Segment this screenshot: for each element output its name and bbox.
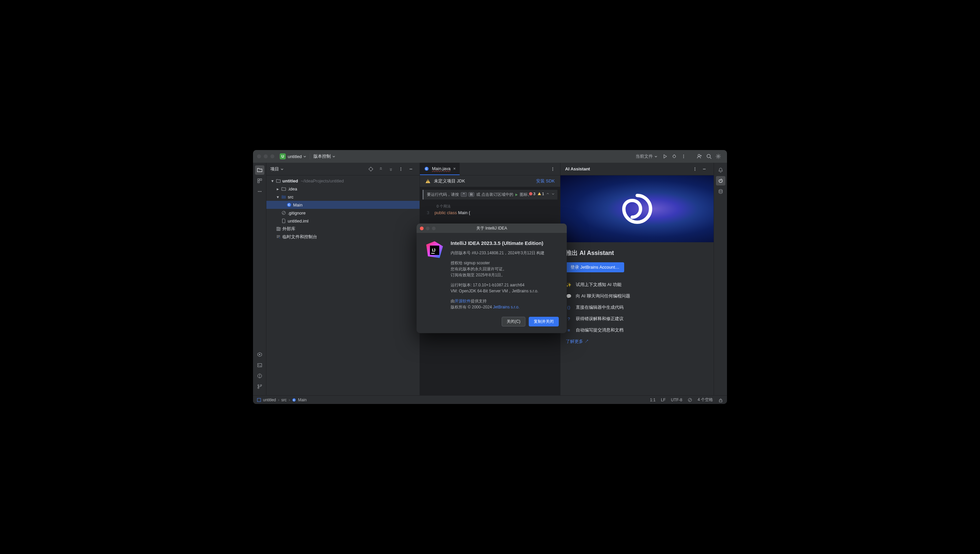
lock-icon[interactable] <box>718 398 723 402</box>
about-copyright: 版权所有 © 2000–2024 JetBrains s.r.o. <box>450 304 559 310</box>
copy-close-button[interactable]: 复制并关闭 <box>529 317 559 326</box>
svg-point-56 <box>695 170 695 171</box>
vcs-dropdown[interactable]: 版本控制 <box>313 153 336 160</box>
tree-root[interactable]: ▾ untitled ~/IdeaProjects/untitled <box>266 177 420 185</box>
project-panel-header: 项目 <box>266 163 420 176</box>
tree-item-gitignore[interactable]: .gitignore <box>266 209 420 217</box>
minimize-dot[interactable] <box>426 227 430 230</box>
tree-item-external[interactable]: 外部库 <box>266 225 420 233</box>
install-sdk-link[interactable]: 安装 SDK <box>536 178 555 184</box>
scratch-icon <box>276 234 281 239</box>
close-dot[interactable] <box>257 154 261 158</box>
warning-icon <box>538 192 541 196</box>
tab-options-button[interactable] <box>548 164 557 174</box>
tree-label: untitled.iml <box>288 219 309 224</box>
project-name-dropdown[interactable]: untitled <box>288 154 306 159</box>
chevron-down-icon[interactable] <box>551 192 555 195</box>
readonly-icon[interactable] <box>687 398 692 402</box>
services-tool-button[interactable] <box>255 350 264 359</box>
tree-item-iml[interactable]: untitled.iml <box>266 217 420 225</box>
titlebar: U untitled 版本控制 当前文件 <box>253 150 727 163</box>
tree-item-scratch[interactable]: 临时文件和控制台 <box>266 233 420 241</box>
svg-point-27 <box>369 168 372 171</box>
close-button[interactable]: 关闭(C) <box>502 317 525 326</box>
svg-line-39 <box>282 211 285 214</box>
project-panel-title-dropdown[interactable]: 项目 <box>270 166 284 172</box>
file-icon <box>281 218 286 224</box>
svg-point-55 <box>695 168 695 169</box>
about-titlebar: 关于 IntelliJ IDEA <box>417 224 567 233</box>
right-tool-rail <box>714 163 727 395</box>
run-button[interactable] <box>660 152 670 161</box>
collapse-all-button[interactable] <box>386 164 396 174</box>
svg-rect-14 <box>260 179 262 180</box>
opensource-link[interactable]: 开源软件 <box>455 299 471 303</box>
tree-item-main[interactable]: C Main <box>266 201 420 209</box>
breadcrumb[interactable]: untitled › src › C Main <box>257 398 307 402</box>
close-dot[interactable] <box>420 227 423 230</box>
class-icon: C <box>292 398 296 402</box>
svg-text:!: ! <box>427 179 428 183</box>
minimize-icon <box>702 167 706 171</box>
tree-label: Main <box>293 203 302 208</box>
project-chip[interactable]: U <box>280 153 286 160</box>
tree-item-idea[interactable]: ▸ .idea <box>266 185 420 193</box>
terminal-tool-button[interactable] <box>255 361 264 370</box>
svg-point-46 <box>279 238 280 238</box>
jetbrains-link[interactable]: JetBrains s.r.o. <box>493 305 519 310</box>
zoom-dot[interactable] <box>432 227 436 230</box>
code-editor[interactable]: 0 个用法 3 public class Main { <box>420 200 560 216</box>
line-ending[interactable]: LF <box>661 398 666 402</box>
settings-button[interactable] <box>714 152 723 161</box>
svg-rect-41 <box>278 227 279 231</box>
collab-button[interactable] <box>695 152 704 161</box>
project-name-label: untitled <box>288 154 302 159</box>
indent-info[interactable]: 4 个空格 <box>698 397 713 402</box>
gitignore-icon <box>281 210 286 216</box>
learn-more-link[interactable]: 了解更多 ↗ <box>566 338 589 345</box>
ai-feature-label: 向 AI 聊天询问任何编程问题 <box>576 293 630 299</box>
close-icon[interactable]: × <box>453 166 456 171</box>
ai-assistant-panel: AI Assistant 推出 AI Assistant 登录 JetBrain… <box>560 163 714 395</box>
select-opened-button[interactable] <box>366 164 375 174</box>
run-config-dropdown[interactable]: 当前文件 <box>633 152 660 161</box>
about-license: 授权给 signup scooter 您有此版本的永久回退许可证。 订阅有效期至… <box>450 260 559 278</box>
cursor-position[interactable]: 1:1 <box>650 398 655 402</box>
notifications-tool-button[interactable] <box>716 165 725 175</box>
chevron-down-icon <box>280 168 284 171</box>
database-tool-button[interactable] <box>716 187 725 196</box>
tree-item-src[interactable]: ▾ src <box>266 193 420 201</box>
expand-all-button[interactable] <box>376 164 385 174</box>
ai-panel-minimize-button[interactable] <box>700 164 709 174</box>
about-opensource: 由开源软件提供支持 <box>450 298 559 304</box>
kebab-icon <box>550 167 555 171</box>
inspection-widget[interactable]: 3 1 <box>529 192 555 196</box>
encoding[interactable]: UTF-8 <box>671 398 682 402</box>
debug-button[interactable] <box>670 152 679 161</box>
ai-tool-button[interactable] <box>716 176 725 185</box>
chevron-up-icon[interactable] <box>546 192 549 195</box>
search-button[interactable] <box>704 152 714 161</box>
more-tool-button[interactable] <box>255 187 264 196</box>
panel-minimize-button[interactable] <box>406 164 415 174</box>
panel-options-button[interactable] <box>396 164 406 174</box>
more-actions-button[interactable] <box>679 152 688 161</box>
vcs-tool-button[interactable] <box>255 382 264 391</box>
zoom-dot[interactable] <box>270 154 274 158</box>
tab-main-java[interactable]: C Main.java × <box>420 163 460 175</box>
chevron-down-icon <box>654 155 657 158</box>
about-heading: IntelliJ IDEA 2023.3.5 (Ultimate Edition… <box>450 239 559 247</box>
login-jetbrains-button[interactable]: 登录 JetBrains Account… <box>566 262 624 272</box>
svg-point-53 <box>529 192 532 195</box>
project-tool-button[interactable] <box>255 165 264 175</box>
ai-feature-label: 试用上下文感知 AI 功能 <box>576 282 622 288</box>
ai-feature-label: 获得错误解释和修正建议 <box>576 316 624 322</box>
intellij-logo: IJ <box>425 239 445 260</box>
svg-rect-15 <box>258 181 259 183</box>
structure-tool-button[interactable] <box>255 176 264 185</box>
minimize-dot[interactable] <box>264 154 268 158</box>
problems-tool-button[interactable] <box>255 371 264 381</box>
svg-point-25 <box>258 387 259 389</box>
current-file-label: 当前文件 <box>636 153 653 160</box>
ai-panel-options-button[interactable] <box>690 164 700 174</box>
